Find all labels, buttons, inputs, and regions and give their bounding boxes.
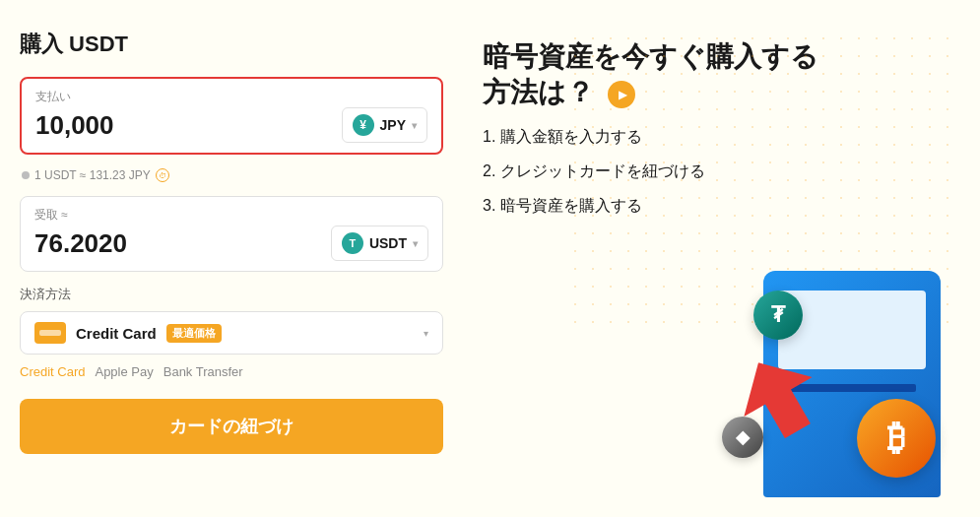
right-panel: 暗号資産を今すぐ購入する 方法は？ 1. 購入金額を入力する 2. クレジットカ… (463, 30, 960, 497)
usdt-label: USDT (369, 235, 407, 251)
receive-box: 受取 ≈ 76.2020 T USDT ▾ (20, 196, 443, 272)
usdt-icon: T (342, 232, 363, 254)
tether-coin: ₮ (753, 291, 803, 340)
tab-credit-card[interactable]: Credit Card (20, 362, 85, 381)
jpy-icon: ¥ (353, 114, 374, 136)
clock-icon: ⏱ (156, 168, 169, 182)
credit-card-icon (34, 322, 66, 344)
steps-list: 1. 購入金額を入力する 2. クレジットカードを紐づける 3. 暗号資産を購入… (483, 127, 950, 217)
cta-button[interactable]: カードの紐づけ (20, 399, 443, 454)
bitcoin-coin: ₿ (857, 399, 936, 478)
svg-marker-0 (724, 343, 831, 450)
tab-apple-pay[interactable]: Apple Pay (95, 362, 153, 381)
jpy-label: JPY (380, 117, 406, 133)
usdt-chevron-icon: ▾ (413, 238, 418, 249)
rate-dot-icon (22, 171, 30, 179)
rate-info: 1 USDT ≈ 131.23 JPY ⏱ (20, 168, 443, 182)
best-price-badge: 最適価格 (166, 324, 222, 343)
rate-text: 1 USDT ≈ 131.23 JPY (34, 168, 151, 182)
payment-tabs: Credit Card Apple Pay Bank Transfer (20, 362, 443, 381)
step-2: 2. クレジットカードを紐づける (483, 162, 950, 182)
payment-method-selector[interactable]: Credit Card 最適価格 ▾ (20, 311, 443, 355)
arrow-icon (724, 343, 831, 450)
page-title: 購入 USDT (20, 30, 443, 59)
payment-amount[interactable]: 10,000 (35, 110, 114, 141)
step-3: 3. 暗号資産を購入する (483, 196, 950, 217)
payment-row: 10,000 ¥ JPY ▾ (35, 107, 427, 143)
payment-box: 支払い 10,000 ¥ JPY ▾ (20, 77, 443, 155)
play-button[interactable] (608, 81, 635, 108)
main-container: 購入 USDT 支払い 10,000 ¥ JPY ▾ 1 USDT ≈ 131.… (0, 0, 980, 517)
receive-row: 76.2020 T USDT ▾ (34, 226, 428, 261)
arrow-decoration (739, 357, 817, 440)
method-name: Credit Card (76, 325, 157, 342)
payment-method-label: 決済方法 (20, 286, 443, 303)
payment-label: 支払い (35, 89, 427, 105)
usdt-currency-selector[interactable]: T USDT ▾ (331, 226, 428, 261)
jpy-chevron-icon: ▾ (412, 120, 417, 131)
payment-method-section: 決済方法 Credit Card 最適価格 ▾ Credit Card Appl… (20, 286, 443, 381)
right-title-line2: 方法は？ (483, 77, 594, 107)
tab-bank-transfer[interactable]: Bank Transfer (163, 362, 243, 381)
left-panel: 購入 USDT 支払い 10,000 ¥ JPY ▾ 1 USDT ≈ 131.… (20, 30, 443, 497)
method-chevron-icon: ▾ (424, 328, 428, 339)
receive-label: 受取 ≈ (34, 207, 428, 224)
right-title: 暗号資産を今すぐ購入する 方法は？ (483, 39, 950, 111)
right-title-line1: 暗号資産を今すぐ購入する (483, 41, 818, 72)
step-1: 1. 購入金額を入力する (483, 127, 950, 148)
jpy-currency-selector[interactable]: ¥ JPY ▾ (342, 107, 427, 143)
receive-amount[interactable]: 76.2020 (34, 228, 127, 259)
payment-method-left: Credit Card 最適価格 (34, 322, 222, 344)
